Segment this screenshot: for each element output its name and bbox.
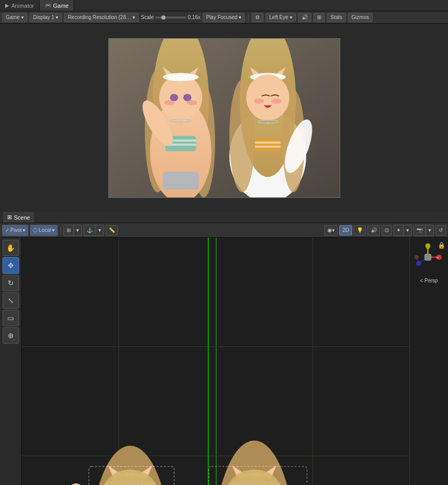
gizmo-panel: 🔒 X < Persp — [409, 238, 448, 485]
tab-animator[interactable]: ▶ Animator — [0, 0, 40, 11]
play-focused-label: Play Focused — [206, 14, 238, 20]
play-focused-button[interactable]: Play Focused ▾ — [203, 13, 245, 22]
rect-tool[interactable]: ▭ — [3, 310, 19, 326]
svg-point-8 — [162, 73, 198, 81]
svg-point-105 — [416, 261, 421, 266]
play-focused-arrow: ▾ — [239, 14, 241, 20]
svg-point-9 — [170, 94, 178, 101]
2d-label: 2D — [342, 227, 349, 233]
grid-icon-btn[interactable]: ⊞ — [64, 225, 74, 236]
settings-btn[interactable]: ⚙ — [252, 13, 263, 22]
gizmo-widget[interactable]: 🔒 X — [412, 242, 445, 275]
move-tool[interactable]: ✥ — [3, 257, 19, 274]
snap-btn[interactable]: ⚓ — [84, 225, 96, 236]
svg-point-19 — [179, 121, 181, 123]
game-dropdown[interactable]: Game ▾ — [2, 13, 27, 22]
pivot-label: Pivot — [10, 227, 22, 233]
scale-tool[interactable]: ⤡ — [3, 292, 19, 309]
dropdown-arrow: ▾ — [21, 14, 24, 20]
pivot-arrow: ▾ — [23, 227, 25, 233]
grid-arrow-btn[interactable]: ▾ — [74, 225, 81, 236]
game-dropdown-label: Game — [6, 14, 20, 20]
transform-tool[interactable]: ⊕ — [3, 327, 19, 344]
fx-arrow[interactable]: ▾ — [404, 225, 411, 236]
scene-toolbar: ✓ Pivot ▾ ⬡ Local ▾ ⊞ ▾ ⚓ ▾ 📏 ◉▾ 2D 💡 🔊 … — [0, 223, 448, 238]
gizmos-label: Gizmos — [352, 14, 369, 20]
pivot-group: ✓ Pivot ▾ — [2, 225, 28, 236]
svg-rect-31 — [255, 141, 280, 143]
scene-tab-icon: ⊞ — [7, 214, 12, 221]
scene-tab-bar: ⊞ Scene — [0, 212, 448, 223]
audio-scene-btn[interactable]: 🔊 — [368, 225, 380, 236]
game-characters-svg — [109, 39, 340, 197]
grid-btn[interactable]: ⊞ — [313, 13, 325, 22]
svg-rect-30 — [255, 138, 280, 151]
separator-1 — [248, 13, 248, 22]
gizmos-btn[interactable]: Gizmos — [348, 13, 373, 22]
svg-point-27 — [246, 74, 289, 120]
cam-group: 📷 ▾ — [413, 225, 434, 236]
game-label: Game — [53, 3, 69, 9]
overlay-btn[interactable]: ⊡ — [381, 225, 392, 236]
svg-text:X: X — [437, 256, 439, 259]
stats-label: Stats — [330, 14, 342, 20]
local-arrow: ▾ — [52, 227, 55, 233]
eye-dropdown[interactable]: Left Eye ▾ — [266, 13, 296, 22]
game-image — [108, 38, 340, 198]
local-label: Local — [39, 227, 51, 233]
measure-btn[interactable]: 📏 — [106, 225, 118, 236]
2d-btn[interactable]: 2D — [339, 225, 352, 236]
cam-btn[interactable]: 📷 — [414, 225, 426, 236]
fx-btn[interactable]: ✦ — [394, 225, 404, 236]
recording-label: Recording Resolution (28… — [68, 14, 131, 20]
scene-tab-label: Scene — [14, 214, 30, 221]
scene-tab[interactable]: ⊞ Scene — [3, 212, 34, 223]
svg-point-12 — [187, 100, 197, 105]
display-label: Display 1 — [33, 14, 54, 20]
display-dropdown[interactable]: Display 1 ▾ — [29, 13, 62, 22]
scale-label: Scale — [141, 14, 154, 20]
scale-control: Scale 0.16x — [141, 14, 200, 20]
scene-characters-svg: ✦ ✦ — [22, 238, 409, 485]
persp-circle-btn[interactable]: ◉▾ — [324, 225, 338, 236]
svg-point-28 — [254, 98, 264, 104]
stats-btn[interactable]: Stats — [327, 13, 346, 22]
svg-point-29 — [271, 98, 281, 104]
scene-viewport: ✦ ✦ — [22, 238, 409, 485]
svg-rect-0 — [109, 39, 339, 197]
refresh-btn[interactable]: ↺ — [436, 225, 446, 236]
svg-point-103 — [425, 243, 430, 248]
tab-game[interactable]: 🎮 Game — [40, 0, 74, 11]
svg-rect-32 — [255, 145, 280, 147]
local-btn[interactable]: ⬡ Local ▾ — [30, 225, 57, 236]
display-arrow: ▾ — [56, 14, 58, 20]
snap-arrow-btn[interactable]: ▾ — [96, 225, 104, 236]
recording-arrow: ▾ — [132, 14, 135, 20]
tab-bar: ▶ Animator 🎮 Game — [0, 0, 448, 11]
pivot-check: ✓ — [5, 227, 9, 233]
local-group: ⬡ Local ▾ — [30, 225, 58, 236]
scale-slider[interactable] — [155, 16, 186, 19]
game-viewport — [0, 24, 448, 212]
scale-value: 0.16x — [188, 14, 200, 20]
cam-arrow[interactable]: ▾ — [426, 225, 434, 236]
animator-label: Animator — [11, 3, 34, 9]
rotate-tool[interactable]: ↻ — [3, 275, 19, 291]
snap-group: ⚓ ▾ — [84, 225, 104, 236]
scene-main: ✋ ✥ ↻ ⤡ ▭ ⊕ — [0, 238, 448, 485]
recording-dropdown[interactable]: Recording Resolution (28… ▾ — [64, 13, 139, 22]
svg-rect-16 — [162, 172, 198, 190]
pivot-btn[interactable]: ✓ Pivot ▾ — [3, 225, 28, 236]
scene-sep-1 — [60, 226, 61, 235]
svg-point-5 — [159, 74, 202, 120]
local-icon: ⬡ — [33, 227, 38, 233]
svg-point-11 — [164, 100, 174, 105]
game-icon: 🎮 — [45, 3, 51, 8]
grid-group: ⊞ ▾ — [63, 225, 82, 236]
fx-group: ✦ ▾ — [393, 225, 412, 236]
hand-tool[interactable]: ✋ — [3, 240, 19, 256]
audio-btn[interactable]: 🔊 — [298, 13, 311, 22]
game-toolbar: Game ▾ Display 1 ▾ Recording Resolution … — [0, 11, 448, 24]
eye-label: Left Eye — [269, 14, 288, 20]
light-btn[interactable]: 💡 — [354, 225, 366, 236]
